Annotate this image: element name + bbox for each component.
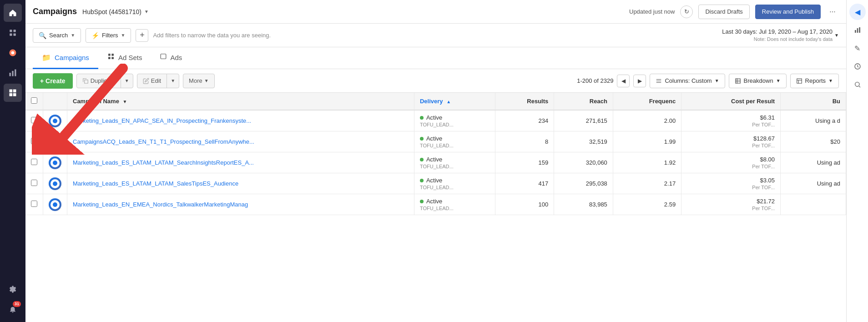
tab-ads[interactable]: Ads — [151, 47, 191, 69]
select-all-checkbox[interactable] — [31, 97, 37, 104]
sidebar-item-grid[interactable] — [4, 84, 22, 102]
frequency-value: 2.00 — [619, 117, 676, 124]
filter-hint-text: Add filters to narrow the data you are s… — [153, 32, 271, 39]
duplicate-split-button[interactable]: Duplicate ▼ — [76, 74, 133, 88]
date-range-selector[interactable]: Last 30 days: Jul 19, 2020 – Aug 17, 202… — [722, 28, 839, 43]
row-checkbox-cell[interactable] — [25, 152, 43, 173]
campaign-name-link[interactable]: Marketing_Leads_EN_EMEA_Nordics_Talkwalk… — [73, 201, 248, 208]
campaign-name-link[interactable]: CampaignsACQ_Leads_EN_T1_T1_Prospecting_… — [73, 138, 254, 145]
edit-split-button[interactable]: Edit ▼ — [137, 74, 179, 88]
delivery-dot — [420, 158, 424, 161]
svg-rect-11 — [10, 90, 13, 93]
row-checkbox-cell[interactable] — [25, 110, 43, 131]
search-label: Search — [49, 32, 68, 39]
cost-value: $3.05 — [687, 177, 775, 184]
results-value: 8 — [501, 138, 549, 145]
right-panel-barchart-button[interactable] — [849, 22, 866, 38]
add-filter-button[interactable]: + — [136, 29, 148, 42]
tab-adsets[interactable]: Ad Sets — [98, 47, 151, 69]
right-panel-expand-button[interactable]: ◀ — [849, 4, 866, 20]
budget-cell: Using ad — [781, 173, 846, 194]
sidebar-item-settings[interactable] — [4, 280, 22, 298]
right-panel-edit-button[interactable]: ✎ — [849, 40, 866, 56]
columns-button[interactable]: Columns: Custom ▼ — [650, 74, 725, 88]
topbar-more-button[interactable]: ··· — [826, 5, 839, 18]
breakdown-chevron-icon: ▼ — [776, 78, 781, 83]
row-checkbox[interactable] — [31, 159, 37, 165]
svg-rect-19 — [161, 54, 167, 59]
duplicate-chevron[interactable]: ▼ — [121, 74, 133, 88]
right-panel-clock-button[interactable] — [849, 58, 866, 75]
review-publish-button[interactable]: Review and Publish — [755, 5, 821, 19]
row-checkbox[interactable] — [31, 201, 37, 207]
budget-cell — [781, 194, 846, 215]
left-sidebar: 31 — [0, 0, 25, 322]
svg-rect-25 — [859, 27, 860, 33]
duplicate-button[interactable]: Duplicate — [77, 74, 121, 88]
campaign-name-cell[interactable]: Marketing_Leads_ES_LATAM_LATAM_SalesTips… — [67, 173, 414, 194]
frequency-value: 1.92 — [619, 159, 676, 166]
campaign-name-header[interactable]: Campaign Name ▼ — [67, 93, 414, 110]
campaign-name-link[interactable]: Marketing_Leads_ES_LATAM_LATAM_SalesTips… — [73, 180, 238, 187]
row-checkbox-cell[interactable] — [25, 173, 43, 194]
sidebar-item-analytics[interactable] — [4, 64, 22, 82]
results-cell: 8 — [495, 131, 554, 152]
breakdown-button[interactable]: Breakdown ▼ — [729, 74, 787, 88]
updated-text: Updated just now — [629, 8, 675, 15]
row-checkbox[interactable] — [31, 180, 37, 186]
right-panel-search-button[interactable] — [849, 76, 866, 93]
account-selector[interactable]: HubSpot (44581710) ▼ — [82, 8, 149, 15]
edit-button[interactable]: Edit — [137, 74, 167, 88]
reports-button[interactable]: Reports ▼ — [790, 74, 839, 88]
budget-cell: $20 — [781, 131, 846, 152]
more-button[interactable]: More ▼ — [183, 74, 215, 88]
sidebar-item-notifications[interactable]: 31 — [4, 300, 22, 318]
icon-header — [43, 93, 67, 110]
svg-rect-17 — [108, 57, 111, 59]
campaign-name-link[interactable]: Marketing_Leads_EN_APAC_SEA_IN_Prospecti… — [73, 117, 251, 124]
svg-rect-10 — [15, 70, 16, 76]
filters-chevron-icon: ▼ — [121, 33, 126, 38]
campaigns-tab-icon: 📁 — [42, 53, 51, 62]
row-checkbox-cell[interactable] — [25, 131, 43, 152]
campaign-name-cell[interactable]: Marketing_Leads_EN_EMEA_Nordics_Talkwalk… — [67, 194, 414, 215]
delivery-status: Active — [426, 177, 442, 184]
refresh-button[interactable]: ↻ — [680, 5, 693, 18]
campaign-name-cell[interactable]: Marketing_Leads_EN_APAC_SEA_IN_Prospecti… — [67, 110, 414, 131]
delivery-status: Active — [426, 198, 442, 205]
cost-per-result-header: Cost per Result — [681, 93, 781, 110]
delivery-dot — [420, 179, 424, 182]
campaign-name-link[interactable]: Marketing_Leads_ES_LATAM_LATAM_SearchIns… — [73, 159, 254, 166]
row-checkbox[interactable] — [31, 117, 37, 123]
frequency-value: 1.99 — [619, 138, 676, 145]
breakdown-label: Breakdown — [744, 77, 773, 84]
prev-page-button[interactable]: ◀ — [617, 75, 630, 87]
delivery-header[interactable]: Delivery ▲ — [414, 93, 495, 110]
campaign-name-cell[interactable]: Marketing_Leads_ES_LATAM_LATAM_SearchIns… — [67, 152, 414, 173]
filters-button[interactable]: ⚡ Filters ▼ — [86, 28, 131, 43]
campaign-name-cell[interactable]: CampaignsACQ_Leads_EN_T1_T1_Prospecting_… — [67, 131, 414, 152]
discard-drafts-button[interactable]: Discard Drafts — [698, 5, 749, 19]
sidebar-item-home[interactable] — [4, 4, 22, 22]
budget-value: Using ad — [786, 180, 840, 187]
delivery-cell: Active TOFU_LEAD... — [414, 152, 495, 173]
frequency-label: Frequenc — [649, 98, 676, 105]
row-checkbox-cell[interactable] — [25, 194, 43, 215]
reports-label: Reports — [805, 77, 826, 84]
budget-value: $20 — [786, 138, 840, 145]
row-checkbox[interactable] — [31, 138, 37, 144]
select-all-header — [25, 93, 43, 110]
sidebar-item-hubspot[interactable] — [4, 44, 22, 62]
create-button[interactable]: + Create — [33, 73, 73, 89]
sidebar-item-apps[interactable] — [4, 24, 22, 42]
delivery-sort-icon: ▲ — [446, 99, 451, 104]
cost-value: $128.67 — [687, 135, 775, 142]
cost-per-result-cell: $128.67 Per TOF... — [681, 131, 781, 152]
cost-sub: Per TOF... — [687, 122, 775, 127]
tab-campaigns[interactable]: 📁 Campaigns — [33, 47, 98, 69]
next-page-button[interactable]: ▶ — [633, 75, 646, 87]
reach-value: 320,060 — [560, 159, 607, 166]
search-button[interactable]: 🔍 Search ▼ — [33, 28, 81, 43]
edit-chevron[interactable]: ▼ — [167, 74, 179, 88]
table-row: Marketing_Leads_EN_APAC_SEA_IN_Prospecti… — [25, 110, 846, 131]
